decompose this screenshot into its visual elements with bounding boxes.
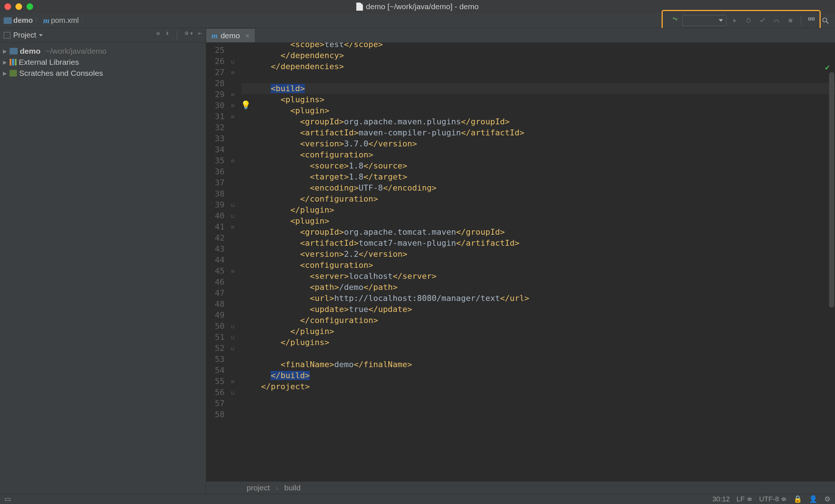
collapse-icon[interactable]: ⇟: [165, 31, 169, 40]
crumb-build[interactable]: build: [284, 483, 300, 492]
tree-node-scratches[interactable]: ▸ Scratches and Consoles: [2, 68, 204, 79]
editor: m demo × 2526272829303132333435363738394…: [206, 28, 835, 494]
svg-text:01: 01: [675, 17, 678, 21]
project-tool-window: Project ⊕ ⇟ ⚙ ▾ ⇤ ▸ demo ~/work/java/dem…: [0, 28, 206, 494]
editor-tabs: m demo ×: [206, 28, 835, 43]
main-area: Project ⊕ ⇟ ⚙ ▾ ⇤ ▸ demo ~/work/java/dem…: [0, 28, 835, 494]
caret-position[interactable]: 30:12: [712, 495, 730, 503]
chevron-right-icon: ›: [276, 483, 278, 492]
separator: [177, 31, 177, 40]
run-configuration-select[interactable]: [682, 15, 726, 26]
lightbulb-icon[interactable]: 💡: [241, 100, 251, 111]
caret-down-icon: [719, 19, 723, 22]
hector-icon[interactable]: 👤: [809, 495, 818, 503]
chevron-right-icon: 〉: [80, 15, 88, 25]
svg-line-7: [827, 21, 829, 24]
svg-point-1: [747, 19, 750, 22]
project-view-select[interactable]: Project: [4, 31, 43, 39]
maven-icon: m: [43, 16, 49, 25]
line-number-gutter[interactable]: 2526272829303132333435363738394041424344…: [206, 43, 228, 481]
line-separator[interactable]: LF ≑: [736, 495, 752, 503]
svg-point-6: [823, 18, 827, 22]
project-header: Project ⊕ ⇟ ⚙ ▾ ⇤: [0, 28, 206, 43]
code-body[interactable]: <scope>test</scope> </dependency> </depe…: [238, 43, 835, 481]
file-icon: [356, 3, 363, 11]
breadcrumb-project[interactable]: demo: [13, 16, 33, 25]
project-icon: [4, 32, 10, 39]
svg-rect-3: [789, 19, 792, 22]
status-bar: ▭ 30:12 LF ≑ UTF-8 ≑ 🔒 👤 ⚙: [0, 494, 835, 504]
library-icon: [10, 59, 17, 65]
locate-icon[interactable]: ⊕: [156, 31, 160, 40]
expand-arrow-icon[interactable]: ▸: [2, 69, 7, 78]
profile-button[interactable]: [771, 15, 782, 26]
expand-arrow-icon[interactable]: ▸: [2, 58, 7, 67]
fold-gutter[interactable]: ⊔⊟⊟⊟⊟⊟⊔⊔⊟⊟⊔⊔⊔⊟⊔: [228, 43, 238, 481]
maven-icon: m: [211, 31, 218, 40]
tree-node-external-libraries[interactable]: ▸ External Libraries: [2, 57, 204, 68]
run-button[interactable]: [729, 15, 740, 26]
code-editor[interactable]: 2526272829303132333435363738394041424344…: [206, 43, 835, 481]
window-title: demo [~/work/java/demo] - demo: [356, 2, 479, 11]
sync-icon[interactable]: 01: [668, 15, 680, 26]
chevron-right-icon: 〉: [34, 15, 42, 25]
breadcrumb[interactable]: demo 〉 m pom.xml 〉: [4, 15, 88, 25]
structure-breadcrumb[interactable]: project › build: [206, 481, 835, 494]
navigation-bar: demo 〉 m pom.xml 〉 01 Edit Configuration…: [0, 13, 835, 28]
run-toolbar: 01 Edit Configurations...: [668, 15, 831, 26]
tree-label: Scratches and Consoles: [19, 69, 103, 78]
close-tab-icon[interactable]: ×: [245, 31, 250, 40]
breadcrumb-file[interactable]: pom.xml: [51, 16, 79, 25]
coverage-button[interactable]: [757, 15, 768, 26]
hide-icon[interactable]: ⇤: [198, 31, 202, 40]
tree-label: demo: [20, 47, 40, 56]
folder-icon: [10, 48, 18, 54]
project-tree[interactable]: ▸ demo ~/work/java/demo ▸ External Libra…: [0, 43, 206, 82]
tab-demo[interactable]: m demo ×: [206, 28, 255, 42]
tool-window-toggle-icon[interactable]: ▭: [4, 495, 11, 503]
file-encoding[interactable]: UTF-8 ≑: [759, 495, 787, 503]
crumb-project[interactable]: project: [247, 483, 270, 492]
stop-button[interactable]: [785, 15, 796, 26]
debug-button[interactable]: [743, 15, 754, 26]
tree-label: External Libraries: [19, 58, 79, 67]
close-window-icon[interactable]: [4, 3, 11, 10]
gear-icon[interactable]: ⚙ ▾: [184, 31, 193, 40]
svg-rect-5: [812, 18, 814, 20]
expand-arrow-icon[interactable]: ▸: [2, 47, 7, 56]
lock-icon[interactable]: 🔒: [793, 495, 802, 503]
minimize-window-icon[interactable]: [15, 3, 22, 10]
separator: [801, 16, 801, 25]
memory-icon[interactable]: ⚙: [824, 495, 831, 503]
title-bar: demo [~/work/java/demo] - demo: [0, 0, 835, 13]
folder-icon: [4, 17, 12, 24]
project-tools: ⊕ ⇟ ⚙ ▾ ⇤: [156, 31, 202, 40]
structure-button[interactable]: [806, 15, 817, 26]
tree-hint: ~/work/java/demo: [46, 47, 106, 56]
inspection-ok-icon[interactable]: ✔: [825, 62, 830, 73]
scratch-icon: [10, 70, 17, 77]
maximize-window-icon[interactable]: [27, 3, 33, 10]
caret-down-icon: [39, 34, 43, 36]
title-text: demo [~/work/java/demo] - demo: [366, 2, 479, 11]
project-title: Project: [13, 31, 36, 39]
search-everywhere-button[interactable]: [820, 15, 831, 26]
window-controls: [4, 3, 33, 10]
tree-node-demo[interactable]: ▸ demo ~/work/java/demo: [2, 46, 204, 57]
vertical-scrollbar[interactable]: [829, 72, 834, 308]
svg-rect-4: [809, 18, 811, 20]
tab-label: demo: [221, 31, 240, 40]
